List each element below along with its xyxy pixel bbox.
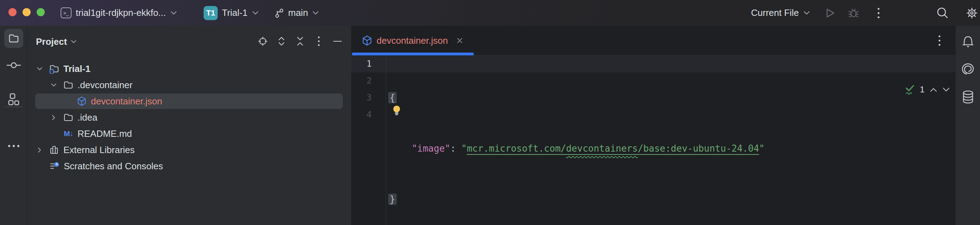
code-editor[interactable]: 1 2 3 4 { "image": "mcr.microsoft.com/de… [351,55,955,225]
code-line-3: } [390,191,764,208]
run-play-icon [826,8,835,18]
intention-bulb-icon[interactable] [391,105,402,116]
task-badge: T1 [204,6,218,20]
tree-item-label: Trial-1 [64,64,91,74]
more-actions-button[interactable] [877,0,880,26]
notifications-button[interactable] [961,34,975,48]
tree-row-devcontainer-json[interactable]: devcontainer.json [27,93,351,109]
chevron-right-icon[interactable] [35,147,44,153]
tree-item-label: README.md [78,128,132,139]
ai-assistant-button[interactable] [961,62,975,76]
expand-all-icon [277,36,286,46]
right-toolstrip [955,26,980,225]
project-tool-window: Project [27,26,351,225]
tree-item-label: .idea [78,112,97,123]
tool-window-project-button[interactable] [4,29,23,48]
chevron-right-icon[interactable] [49,115,58,121]
project-tree: Trial-1 .devcontainer [27,61,351,174]
chevron-down-icon [170,11,177,15]
inspection-ok-check-icon [905,84,915,95]
hide-panel-button[interactable] [333,37,342,46]
collapse-all-button[interactable] [296,37,305,46]
chevron-down-icon [70,40,77,44]
more-tool-windows-button[interactable] [7,144,20,148]
gear-icon [965,6,978,20]
chevron-down-icon[interactable] [49,83,58,87]
folder-icon [8,33,19,44]
tree-item-label: Scratches and Consoles [64,161,163,172]
prev-problem-chevron-up-icon[interactable] [930,88,937,92]
project-view-selector[interactable]: Project [36,36,77,47]
kebab-menu-icon [938,35,941,46]
editor-tab-bar: devcontainer.json [351,26,955,55]
debug-button[interactable] [848,0,859,26]
vcs-branch-label: main [288,7,308,18]
tree-item-label: External Libraries [64,145,135,156]
tab-close-button[interactable] [456,37,463,44]
devcontainer-cube-icon [362,35,372,46]
structure-icon [7,93,20,106]
editor-gutter: 1 2 3 4 [351,55,386,123]
expand-all-button[interactable] [277,37,286,46]
line-number: 1 [351,55,386,72]
tab-list-options-button[interactable] [935,32,944,49]
tab-label: devcontainer.json [377,35,448,46]
gutter-separator [386,55,386,225]
dev-environment-icon: >_ [60,7,72,18]
run-button[interactable] [826,0,835,26]
git-branch-icon [275,8,284,18]
search-icon [935,6,949,20]
code-line-1: { [390,89,764,106]
tree-item-label: .devcontainer [78,80,132,91]
commit-icon [6,61,21,69]
markdown-file-icon: M↓ [64,129,73,138]
image-url-link[interactable]: mcr.microsoft.com/devcontainers/base:dev… [467,143,759,154]
run-configuration-label: Current File [751,7,799,18]
tree-row-external-libraries[interactable]: External Libraries [27,142,351,158]
left-toolstrip [0,26,27,225]
scratches-icon [50,161,59,171]
bell-icon [961,34,975,48]
database-icon [961,90,975,104]
typo-highlighted-word: devcontainers [566,143,638,154]
project-switcher-label: trial1git-rdjkpn-ekkfo... [76,7,166,18]
settings-button[interactable] [965,0,978,26]
tree-row-readme[interactable]: M↓ README.md [27,126,351,142]
line-number: 2 [351,72,386,89]
next-problem-chevron-down-icon[interactable] [942,88,950,92]
tool-window-structure-button[interactable] [7,93,20,106]
search-everywhere-button[interactable] [935,0,949,26]
window-zoom-button[interactable] [37,8,45,16]
task-selector[interactable]: T1 Trial-1 [204,0,259,26]
code-line-2: "image": "mcr.microsoft.com/devcontainer… [390,140,764,157]
chevron-down-icon[interactable] [35,67,44,71]
tree-row-scratches[interactable]: Scratches and Consoles [27,158,351,174]
tab-devcontainer-json[interactable]: devcontainer.json [351,26,474,55]
project-panel-title: Project [36,36,67,47]
folder-icon [64,80,73,90]
panel-options-button[interactable] [314,37,323,46]
run-configuration-selector[interactable]: Current File [751,0,810,26]
line-number: 3 [351,89,386,106]
ellipsis-icon [7,144,20,148]
tree-row-idea-folder[interactable]: .idea [27,109,351,126]
editor-area: devcontainer.json 1 2 3 4 [351,26,955,225]
tree-row-devcontainer-folder[interactable]: .devcontainer [27,77,351,93]
inspection-count: 1 [920,85,924,94]
window-close-button[interactable] [8,8,17,16]
debug-bug-icon [848,7,859,19]
collapse-all-icon [296,36,305,46]
kebab-menu-icon [877,7,880,19]
vcs-branch-widget[interactable]: main [275,0,319,26]
database-button[interactable] [961,90,975,104]
select-opened-file-button[interactable] [258,37,267,46]
tool-window-commit-button[interactable] [6,61,21,69]
folder-icon [64,113,73,122]
project-switcher[interactable]: >_ trial1git-rdjkpn-ekkfo... [60,0,177,26]
libraries-icon [49,145,59,155]
locate-target-icon [258,36,267,46]
inspections-widget[interactable]: 1 [902,83,953,97]
tree-row-trial-1[interactable]: Trial-1 [27,61,351,77]
window-minimize-button[interactable] [22,8,31,16]
code-lines: { "image": "mcr.microsoft.com/devcontain… [390,55,764,225]
